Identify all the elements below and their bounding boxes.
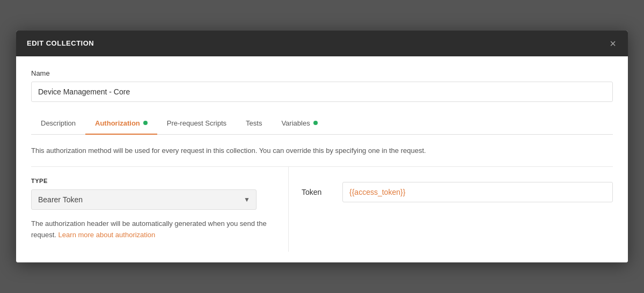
tab-description-label: Description — [41, 119, 76, 127]
token-label: Token — [302, 188, 334, 196]
auto-gen-text: The authorization header will be automat… — [31, 218, 277, 241]
name-field-group: Name — [31, 69, 613, 102]
name-input[interactable] — [31, 82, 613, 102]
type-select-wrapper: Bearer Token No Auth API Key Basic Auth … — [31, 189, 257, 210]
edit-collection-modal: EDIT COLLECTION × Name Description Autho… — [16, 31, 628, 262]
tab-variables[interactable]: Variables — [272, 113, 327, 135]
variables-dot — [313, 121, 318, 125]
tabs-nav: Description Authorization Pre-request Sc… — [31, 113, 613, 135]
right-panel: Token — [289, 167, 613, 252]
left-panel: TYPE Bearer Token No Auth API Key Basic … — [31, 167, 289, 252]
modal-header: EDIT COLLECTION × — [16, 31, 628, 56]
close-button[interactable]: × — [609, 38, 617, 49]
tab-description[interactable]: Description — [31, 113, 85, 135]
token-input[interactable] — [342, 182, 613, 202]
tab-authorization-label: Authorization — [95, 119, 140, 127]
learn-more-link[interactable]: Learn more about authorization — [58, 231, 156, 239]
tab-pre-request-scripts[interactable]: Pre-request Scripts — [157, 113, 236, 135]
auth-description: This authorization method will be used f… — [31, 145, 613, 156]
authorization-dot — [143, 121, 148, 125]
modal-title: EDIT COLLECTION — [27, 39, 94, 47]
tab-tests-label: Tests — [246, 119, 262, 127]
type-select[interactable]: Bearer Token No Auth API Key Basic Auth … — [31, 189, 257, 210]
auth-grid: TYPE Bearer Token No Auth API Key Basic … — [31, 166, 613, 252]
type-label: TYPE — [31, 178, 277, 184]
tab-variables-label: Variables — [281, 119, 310, 127]
name-label: Name — [31, 69, 613, 77]
tab-pre-request-label: Pre-request Scripts — [167, 119, 226, 127]
tab-tests[interactable]: Tests — [236, 113, 272, 135]
token-row: Token — [302, 182, 613, 202]
auth-tab-content: This authorization method will be used f… — [31, 135, 613, 262]
tab-authorization[interactable]: Authorization — [85, 113, 157, 135]
modal-body: Name Description Authorization Pre-reque… — [16, 56, 628, 262]
